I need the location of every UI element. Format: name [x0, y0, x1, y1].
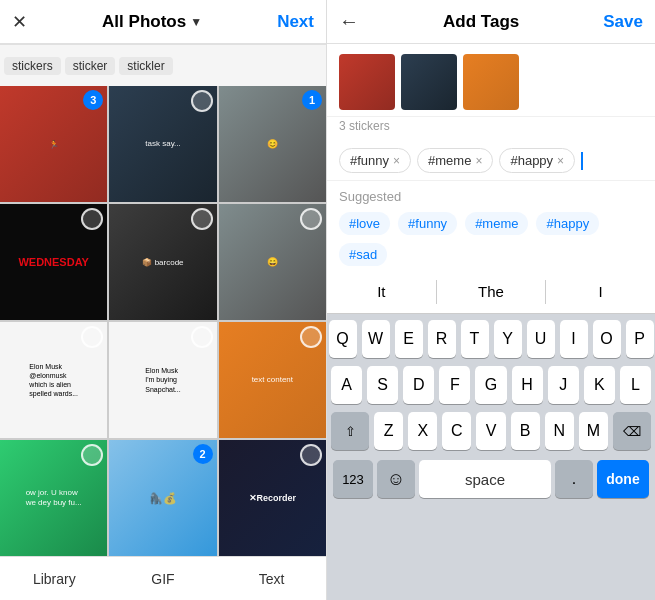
key-y[interactable]: Y [494, 320, 522, 358]
suggested-tag-happy[interactable]: #happy [536, 212, 599, 235]
key-n[interactable]: N [545, 412, 574, 450]
select-circle-8 [191, 326, 213, 348]
preview-image-2 [401, 54, 457, 110]
select-circle-12 [300, 444, 322, 466]
back-button[interactable]: ← [339, 10, 359, 33]
tab-gif[interactable]: GIF [109, 557, 218, 600]
tag-label-happy: #happy [510, 153, 553, 168]
tag-chip-meme[interactable]: #meme × [417, 148, 493, 173]
key-row-2: A S D F G H J K L [331, 366, 651, 404]
key-o[interactable]: O [593, 320, 621, 358]
predictive-i[interactable]: I [546, 283, 655, 300]
done-key[interactable]: done [597, 460, 649, 498]
photo-cell-4[interactable]: WEDNESDAY [0, 204, 107, 320]
key-t[interactable]: T [461, 320, 489, 358]
suggested-tag-meme[interactable]: #meme [465, 212, 528, 235]
suggested-section: Suggested #love #funny #meme #happy #sad [327, 181, 655, 270]
left-header: ✕ All Photos ▼ Next [0, 0, 326, 44]
key-i[interactable]: I [560, 320, 588, 358]
photo-cell-8[interactable]: Elon MuskI'm buyingSnapchat... [109, 322, 216, 438]
suggested-label: Suggested [339, 189, 643, 204]
tag-chip-funny[interactable]: #funny × [339, 148, 411, 173]
sticker-suggestions-row: stickers sticker stickler [0, 44, 326, 86]
backspace-key[interactable]: ⌫ [613, 412, 651, 450]
tab-library[interactable]: Library [0, 557, 109, 600]
key-a[interactable]: A [331, 366, 362, 404]
space-key[interactable]: space [419, 460, 551, 498]
predictive-bar: It The I [327, 270, 655, 314]
select-circle-6 [300, 208, 322, 230]
key-f[interactable]: F [439, 366, 470, 404]
key-z[interactable]: Z [374, 412, 403, 450]
suggested-tags-row: #love #funny #meme #happy #sad [339, 212, 643, 266]
left-panel: ✕ All Photos ▼ Next stickers sticker sti… [0, 0, 327, 600]
photo-cell-10[interactable]: ow jor. U knowwe dey buy fu... [0, 440, 107, 556]
key-j[interactable]: J [548, 366, 579, 404]
selection-badge-11: 2 [193, 444, 213, 464]
numbers-key[interactable]: 123 [333, 460, 373, 498]
close-button[interactable]: ✕ [12, 11, 27, 33]
tag-chip-happy[interactable]: #happy × [499, 148, 575, 173]
chevron-down-icon[interactable]: ▼ [190, 15, 202, 29]
photo-cell-11[interactable]: 🦍💰 2 [109, 440, 216, 556]
select-circle-2 [191, 90, 213, 112]
tag-label-meme: #meme [428, 153, 471, 168]
photo-cell-5[interactable]: 📦 barcode [109, 204, 216, 320]
all-photos-title: All Photos [102, 12, 186, 32]
preview-image-1 [339, 54, 395, 110]
photo-cell-1[interactable]: 🏃 3 [0, 86, 107, 202]
text-cursor [581, 152, 583, 170]
tag-label-funny: #funny [350, 153, 389, 168]
key-q[interactable]: Q [329, 320, 357, 358]
sticker-chip-1[interactable]: stickers [4, 57, 61, 75]
key-r[interactable]: R [428, 320, 456, 358]
photo-cell-2[interactable]: task say... [109, 86, 216, 202]
remove-tag-meme[interactable]: × [475, 154, 482, 168]
key-rows: Q W E R T Y U I O P A S D F G H J K [327, 314, 655, 456]
right-header: ← Add Tags Save [327, 0, 655, 44]
photo-cell-12[interactable]: ✕Recorder [219, 440, 326, 556]
selection-badge-3: 1 [302, 90, 322, 110]
tab-text[interactable]: Text [217, 557, 326, 600]
key-l[interactable]: L [620, 366, 651, 404]
sticker-chip-2[interactable]: sticker [65, 57, 116, 75]
predictive-the[interactable]: The [437, 283, 546, 300]
key-w[interactable]: W [362, 320, 390, 358]
preview-area [327, 44, 655, 117]
key-d[interactable]: D [403, 366, 434, 404]
photo-cell-6[interactable]: 😄 [219, 204, 326, 320]
next-button[interactable]: Next [277, 12, 314, 32]
remove-tag-funny[interactable]: × [393, 154, 400, 168]
photo-cell-7[interactable]: Elon Musk@elonmuskwhich is alienspelled … [0, 322, 107, 438]
photo-cell-9[interactable]: text content [219, 322, 326, 438]
suggested-tag-love[interactable]: #love [339, 212, 390, 235]
save-button[interactable]: Save [603, 12, 643, 32]
suggested-tag-funny[interactable]: #funny [398, 212, 457, 235]
keyboard: It The I Q W E R T Y U I O P A S [327, 270, 655, 600]
key-s[interactable]: S [367, 366, 398, 404]
key-row-1: Q W E R T Y U I O P [331, 320, 651, 358]
predictive-it[interactable]: It [327, 283, 436, 300]
emoji-key[interactable]: ☺ [377, 460, 415, 498]
shift-key[interactable]: ⇧ [331, 412, 369, 450]
key-row-3: ⇧ Z X C V B N M ⌫ [331, 412, 651, 450]
key-p[interactable]: P [626, 320, 654, 358]
key-g[interactable]: G [475, 366, 506, 404]
remove-tag-happy[interactable]: × [557, 154, 564, 168]
suggested-tag-sad[interactable]: #sad [339, 243, 387, 266]
period-key[interactable]: . [555, 460, 593, 498]
keyboard-bottom-bar: 123 ☺ space . done [327, 456, 655, 502]
key-h[interactable]: H [512, 366, 543, 404]
key-k[interactable]: K [584, 366, 615, 404]
photo-cell-3[interactable]: 😊 1 [219, 86, 326, 202]
sticker-chip-3[interactable]: stickler [119, 57, 172, 75]
key-v[interactable]: V [476, 412, 505, 450]
sticker-count-label: 3 stickers [327, 117, 655, 141]
key-e[interactable]: E [395, 320, 423, 358]
select-circle-5 [191, 208, 213, 230]
key-c[interactable]: C [442, 412, 471, 450]
key-u[interactable]: U [527, 320, 555, 358]
key-m[interactable]: M [579, 412, 608, 450]
key-x[interactable]: X [408, 412, 437, 450]
key-b[interactable]: B [511, 412, 540, 450]
